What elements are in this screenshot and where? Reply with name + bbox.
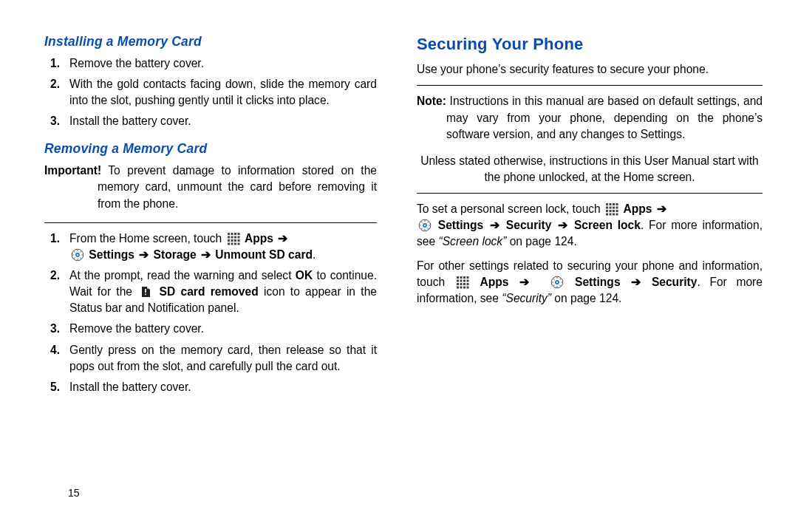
divider — [44, 222, 377, 223]
divider — [417, 193, 763, 194]
set-screenlock: To set a personal screen lock, touch App… — [417, 201, 763, 250]
install-steps: 1.Remove the battery cover. 2.With the g… — [44, 55, 377, 130]
note-callout: Note: Instructions in this manual are ba… — [417, 93, 763, 142]
apps-icon — [227, 232, 240, 245]
apps-icon — [456, 276, 469, 289]
remove-steps: 1. From the Home screen, touch Apps ➔ Se… — [44, 231, 377, 395]
settings-icon — [418, 219, 432, 232]
unless-note: Unless stated otherwise, instructions in… — [417, 153, 763, 185]
divider — [417, 85, 763, 86]
install-step-2: 2.With the gold contacts facing down, sl… — [66, 76, 377, 109]
sd-alert-icon — [139, 285, 152, 299]
remove-step-2: 2. At the prompt, read the warning and s… — [66, 267, 377, 316]
settings-icon — [550, 276, 564, 289]
remove-step-4: 4.Gently press on the memory card, then … — [66, 342, 377, 375]
heading-securing: Securing Your Phone — [417, 33, 763, 55]
left-column: Installing a Memory Card 1.Remove the ba… — [27, 33, 399, 514]
settings-icon — [71, 248, 84, 262]
install-step-3: 3.Install the battery cover. — [66, 113, 377, 129]
remove-step-5: 5.Install the battery cover. — [66, 379, 377, 395]
manual-page: Installing a Memory Card 1.Remove the ba… — [0, 0, 798, 532]
important-lead: Important! — [44, 164, 101, 177]
important-callout: Important! To prevent damage to informat… — [44, 163, 377, 211]
securing-intro: Use your phone’s security features to se… — [417, 61, 763, 78]
remove-step-3: 3.Remove the battery cover. — [66, 321, 377, 337]
note-body: Instructions in this manual are based on… — [446, 95, 763, 140]
heading-installing: Installing a Memory Card — [44, 33, 377, 51]
install-step-1: 1.Remove the battery cover. — [66, 55, 377, 72]
note-lead: Note: — [417, 95, 446, 107]
heading-removing: Removing a Memory Card — [44, 140, 377, 158]
set-security: For other settings related to securing y… — [417, 258, 763, 307]
apps-icon — [605, 202, 618, 216]
important-body: To prevent damage to information stored … — [98, 164, 377, 209]
right-column: Securing Your Phone Use your phone’s sec… — [399, 33, 771, 514]
remove-step-1: 1. From the Home screen, touch Apps ➔ Se… — [66, 231, 377, 263]
page-number: 15 — [68, 486, 80, 501]
